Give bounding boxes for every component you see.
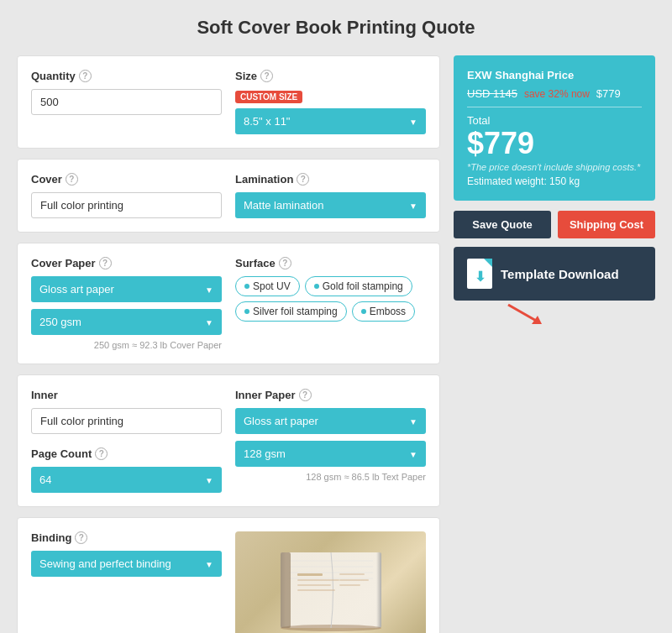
svg-rect-13 (339, 584, 360, 586)
cover-section: Cover ? (31, 173, 222, 218)
page-count-label: Page Count ? (31, 447, 222, 460)
download-icon: ⬇ (467, 259, 492, 289)
surface-silver-foil[interactable]: Silver foil stamping (235, 301, 347, 322)
template-download-label: Template Download (501, 267, 619, 281)
cover-paper-dropdown-wrapper: Gloss art paper (31, 276, 222, 302)
quantity-size-card: Quantity ? Size ? CUSTOM SIZE (17, 55, 440, 149)
right-column: EXW Shanghai Price USD 1145 save 32% now… (454, 55, 655, 326)
inner-label: Inner (31, 389, 222, 401)
template-download-button[interactable]: ⬇ Template Download (454, 247, 655, 301)
cover-paper-surface-card: Cover Paper ? Gloss art paper 250 gsm (17, 243, 440, 364)
page-count-dropdown-wrapper: 64 (31, 467, 222, 493)
quantity-help-icon[interactable]: ? (79, 70, 92, 82)
lamination-help-icon[interactable]: ? (297, 173, 309, 186)
page-count-dropdown[interactable]: 64 (31, 467, 222, 493)
svg-rect-12 (339, 579, 369, 581)
quantity-input[interactable] (31, 89, 222, 115)
inner-section: Inner Page Count ? 64 (31, 389, 222, 493)
inner-paper-help-icon[interactable]: ? (299, 389, 312, 401)
total-price: $779 (467, 128, 642, 159)
inner-paper-note: 128 gsm ≈ 86.5 lb Text Paper (235, 472, 426, 482)
binding-dropdown[interactable]: Sewing and perfect binding (31, 551, 222, 577)
cover-label: Cover ? (31, 173, 222, 186)
page-count-help-icon[interactable]: ? (95, 447, 108, 460)
binding-help-icon[interactable]: ? (75, 531, 87, 544)
vendor-label: EXW Shanghai Price (467, 69, 642, 81)
inner-card: Inner Page Count ? 64 (17, 374, 440, 507)
inner-paper-weight-wrapper: 128 gsm (235, 441, 426, 467)
shipping-cost-button[interactable]: Shipping Cost (558, 211, 655, 238)
size-help-icon[interactable]: ? (260, 70, 273, 82)
cover-paper-help-icon[interactable]: ? (99, 257, 112, 269)
svg-rect-7 (297, 573, 323, 576)
price-divider (467, 107, 642, 107)
binding-dropdown-wrapper: Sewing and perfect binding (31, 551, 222, 577)
svg-rect-8 (297, 579, 339, 581)
custom-size-badge: CUSTOM SIZE (235, 91, 302, 103)
download-arrow-icon: ⬇ (475, 269, 486, 285)
cover-paper-dropdown[interactable]: Gloss art paper (31, 276, 222, 302)
surface-gold-foil[interactable]: Gold foil stamping (305, 276, 412, 296)
size-label: Size ? (235, 70, 426, 82)
weight-text: Estimated weight: 150 kg (467, 175, 642, 187)
surface-options: Spot UV Gold foil stamping Silver foil s… (235, 276, 426, 322)
surface-section: Surface ? Spot UV Gold foil stamping Sil… (235, 257, 426, 350)
binding-card: Binding ? Sewing and perfect binding (17, 517, 440, 633)
surface-label: Surface ? (235, 257, 426, 269)
cover-paper-weight-dropdown[interactable]: 250 gsm (31, 309, 222, 335)
surface-spot-uv[interactable]: Spot UV (235, 276, 300, 296)
total-label: Total (467, 114, 642, 127)
lamination-dropdown-wrapper: Matte lamination (235, 192, 426, 218)
original-price: USD 1145 (467, 87, 517, 100)
inner-input[interactable] (31, 408, 222, 434)
arrow-indicator-container (454, 301, 655, 326)
price-note: *The price doesn't include shipping cost… (467, 162, 642, 172)
svg-rect-10 (297, 589, 335, 591)
inner-paper-label: Inner Paper ? (235, 389, 426, 401)
book-image-section (235, 531, 426, 633)
svg-rect-11 (339, 573, 365, 575)
page-title: Soft Cover Book Printing Quote (17, 17, 655, 39)
cover-input[interactable] (31, 192, 222, 218)
size-dropdown-wrapper: 8.5" x 11" (235, 108, 426, 134)
action-buttons: Save Quote Shipping Cost (454, 211, 655, 238)
book-svg (264, 540, 398, 633)
lamination-section: Lamination ? Matte lamination (235, 173, 426, 218)
surface-emboss[interactable]: Emboss (352, 301, 415, 322)
svg-line-14 (508, 305, 538, 322)
left-column: Quantity ? Size ? CUSTOM SIZE (17, 55, 440, 633)
book-image (235, 531, 426, 633)
cover-paper-label: Cover Paper ? (31, 257, 222, 269)
price-comparison: USD 1145 save 32% now $779 (467, 86, 642, 100)
svg-rect-9 (297, 584, 331, 586)
quantity-label: Quantity ? (31, 70, 222, 82)
cover-paper-section: Cover Paper ? Gloss art paper 250 gsm (31, 257, 222, 350)
lamination-label: Lamination ? (235, 173, 426, 186)
lamination-dropdown[interactable]: Matte lamination (235, 192, 426, 218)
inner-paper-dropdown[interactable]: Gloss art paper (235, 408, 426, 434)
template-download-wrapper: ⬇ Template Download (454, 247, 655, 326)
new-price-small: $779 (596, 87, 621, 100)
price-card: EXW Shanghai Price USD 1145 save 32% now… (454, 55, 655, 201)
save-quote-button[interactable]: Save Quote (454, 211, 551, 238)
size-dropdown[interactable]: 8.5" x 11" (235, 108, 426, 134)
surface-help-icon[interactable]: ? (279, 257, 291, 269)
binding-label: Binding ? (31, 531, 222, 544)
quantity-section: Quantity ? (31, 70, 222, 134)
inner-paper-dropdown-wrapper: Gloss art paper (235, 408, 426, 434)
cover-paper-note: 250 gsm ≈ 92.3 lb Cover Paper (31, 340, 222, 350)
save-text: save 32% now (524, 88, 590, 100)
cover-help-icon[interactable]: ? (66, 173, 78, 186)
red-arrow-svg (500, 301, 550, 326)
inner-paper-weight-dropdown[interactable]: 128 gsm (235, 441, 426, 467)
inner-paper-section: Inner Paper ? Gloss art paper 128 gsm (235, 389, 426, 493)
cover-lamination-card: Cover ? Lamination ? Matte la (17, 159, 440, 233)
cover-paper-weight-wrapper: 250 gsm (31, 309, 222, 335)
binding-section: Binding ? Sewing and perfect binding (31, 531, 222, 633)
svg-rect-6 (281, 552, 291, 628)
size-section: Size ? CUSTOM SIZE 8.5" x 11" (235, 70, 426, 134)
